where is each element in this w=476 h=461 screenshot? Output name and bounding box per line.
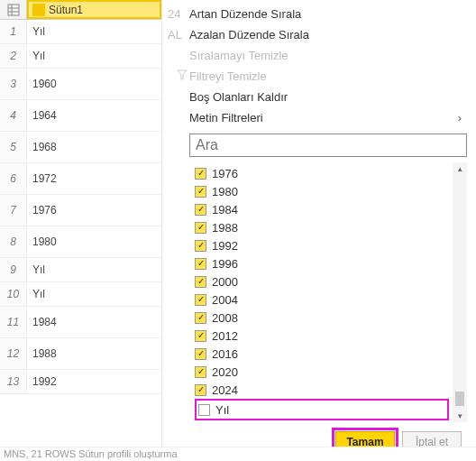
- sort-descending[interactable]: AL Azalan Düzende Sırala: [171, 24, 467, 45]
- filter-value-label: 2004: [212, 293, 238, 307]
- sort-ascending[interactable]: 24 Artan Düzende Sırala: [171, 4, 467, 24]
- row-number: 2: [0, 44, 27, 68]
- filter-value-item[interactable]: ✓2000: [195, 272, 449, 290]
- checkbox-icon: ✓: [195, 240, 206, 252]
- filter-value-item[interactable]: ✓2012: [195, 327, 449, 345]
- checkbox-icon: ✓: [195, 294, 206, 306]
- checkbox-icon: ✓: [195, 168, 206, 180]
- table-row[interactable]: 2Yıl: [0, 44, 161, 69]
- search-input[interactable]: [189, 134, 467, 157]
- filter-value-item[interactable]: ✓1992: [195, 236, 449, 254]
- row-number: 11: [0, 307, 27, 337]
- cell-value: 1984: [27, 307, 161, 337]
- filter-value-label: 1992: [212, 239, 238, 253]
- checkbox-icon: ✓: [195, 276, 206, 288]
- checkbox-icon: ✓: [195, 204, 206, 216]
- cell-value: 1964: [27, 100, 161, 131]
- filter-value-item[interactable]: ✓1980: [195, 182, 449, 200]
- svg-marker-4: [178, 70, 187, 79]
- scroll-up-icon[interactable]: ▴: [453, 162, 467, 175]
- cell-value: Yıl: [27, 20, 161, 43]
- row-number: 8: [0, 226, 27, 257]
- checkbox-icon: [198, 404, 210, 416]
- checkbox-icon: ✓: [195, 348, 206, 360]
- filter-value-item[interactable]: ✓2024: [195, 381, 449, 399]
- table-row[interactable]: 71976: [0, 195, 161, 226]
- filter-value-item[interactable]: ✓2016: [195, 345, 449, 363]
- filter-value-item[interactable]: ✓1984: [195, 200, 449, 218]
- table-row[interactable]: 10Yıl: [0, 282, 161, 307]
- sort-desc-icon: AL: [168, 28, 180, 41]
- row-number: 10: [0, 282, 27, 306]
- column-header-label: Sütun1: [49, 4, 83, 16]
- column-header[interactable]: Sütun1: [27, 0, 161, 19]
- filter-value-item[interactable]: ✓2020: [195, 363, 449, 381]
- remove-empty[interactable]: Boş Olanları Kaldır: [171, 87, 467, 107]
- table-row[interactable]: 51968: [0, 132, 161, 163]
- data-grid: Sütun1 1Yıl2Yıl3196041964519686197271976…: [0, 0, 162, 447]
- filter-value-item[interactable]: ✓2004: [195, 290, 449, 309]
- filter-value-label: 1988: [212, 221, 238, 235]
- checkbox-icon: ✓: [195, 312, 206, 324]
- row-number: 1: [0, 20, 27, 43]
- checkbox-icon: ✓: [195, 330, 206, 342]
- status-bar: MNS, 21 ROWS Sütun profili oluşturma: [0, 447, 476, 461]
- row-number: 12: [0, 338, 27, 369]
- filter-menu: 24 Artan Düzende Sırala AL Azalan Düzend…: [162, 0, 476, 447]
- row-number: 5: [0, 132, 27, 162]
- filter-value-item[interactable]: ✓1976: [195, 164, 449, 182]
- table-row[interactable]: 1Yıl: [0, 20, 161, 44]
- filter-value-item[interactable]: ✓1988: [195, 218, 449, 236]
- table-row[interactable]: 131992: [0, 370, 161, 394]
- cell-value: Yıl: [27, 258, 161, 281]
- filter-value-label: 1976: [212, 167, 238, 180]
- scroll-down-icon[interactable]: ▾: [453, 410, 467, 422]
- cell-value: 1976: [27, 195, 161, 226]
- cell-value: Yıl: [27, 44, 161, 68]
- funnel-icon: [177, 69, 189, 80]
- checkbox-icon: ✓: [195, 186, 206, 198]
- cell-value: 1972: [27, 163, 161, 194]
- table-row[interactable]: 61972: [0, 163, 161, 195]
- checkbox-icon: ✓: [195, 222, 206, 234]
- table-row[interactable]: 41964: [0, 100, 161, 132]
- clear-filter: Filtreyi Temizle: [171, 66, 467, 87]
- filter-value-label: 2016: [212, 347, 238, 361]
- table-row[interactable]: 81980: [0, 226, 161, 258]
- filter-value-label: 2024: [212, 383, 238, 397]
- filter-value-label: 1996: [212, 257, 238, 271]
- cell-value: 1968: [27, 132, 161, 162]
- filter-value-label: 2020: [212, 365, 238, 379]
- text-filters[interactable]: Metin Filtreleri: [171, 107, 467, 128]
- row-number: 6: [0, 163, 27, 194]
- cell-value: 1980: [27, 226, 161, 257]
- row-number: 3: [0, 69, 27, 99]
- filter-value-label: 1984: [212, 203, 238, 217]
- row-number: 4: [0, 100, 27, 131]
- clear-sort: Sıralamayı Temizle: [171, 45, 467, 66]
- filter-value-item[interactable]: ✓1996: [195, 254, 449, 272]
- filter-value-label: 2008: [212, 311, 238, 325]
- cell-value: 1960: [27, 69, 161, 99]
- checkbox-icon: ✓: [195, 258, 206, 270]
- table-row[interactable]: 31960: [0, 69, 161, 100]
- row-number: 9: [0, 258, 27, 281]
- scroll-thumb[interactable]: [455, 392, 464, 406]
- select-all-corner[interactable]: [0, 0, 27, 19]
- cell-value: Yıl: [27, 282, 161, 306]
- filter-values-list: ✓1976✓1980✓1984✓1988✓1992✓1996✓2000✓2004…: [189, 162, 449, 422]
- checkbox-icon: ✓: [195, 366, 206, 378]
- filter-value-label: 2012: [212, 329, 238, 343]
- table-row[interactable]: 121988: [0, 338, 161, 370]
- filter-value-label: Yıl: [215, 403, 229, 417]
- row-number: 7: [0, 195, 27, 226]
- cell-value: 1992: [27, 370, 161, 393]
- table-row[interactable]: 111984: [0, 307, 161, 338]
- table-row[interactable]: 9Yıl: [0, 258, 161, 282]
- column-type-icon: [32, 4, 45, 16]
- scrollbar[interactable]: ▴ ▾: [453, 162, 467, 422]
- filter-value-item[interactable]: Yıl: [195, 399, 449, 420]
- checkbox-icon: ✓: [195, 384, 206, 396]
- cell-value: 1988: [27, 338, 161, 369]
- filter-value-item[interactable]: ✓2008: [195, 309, 449, 327]
